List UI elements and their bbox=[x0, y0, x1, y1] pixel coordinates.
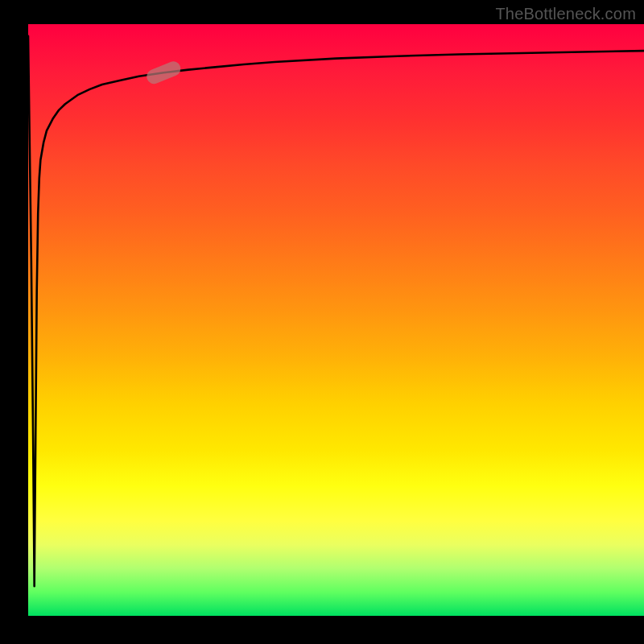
chart-container: TheBottleneck.com bbox=[0, 0, 644, 644]
attribution-text: TheBottleneck.com bbox=[495, 5, 636, 23]
plot-area bbox=[28, 24, 644, 616]
x-axis-strip bbox=[0, 616, 644, 644]
curve-layer bbox=[28, 24, 644, 616]
y-axis-strip bbox=[0, 0, 28, 644]
bottleneck-curve bbox=[28, 36, 644, 587]
curve-marker bbox=[145, 60, 184, 86]
svg-rect-0 bbox=[145, 60, 184, 86]
